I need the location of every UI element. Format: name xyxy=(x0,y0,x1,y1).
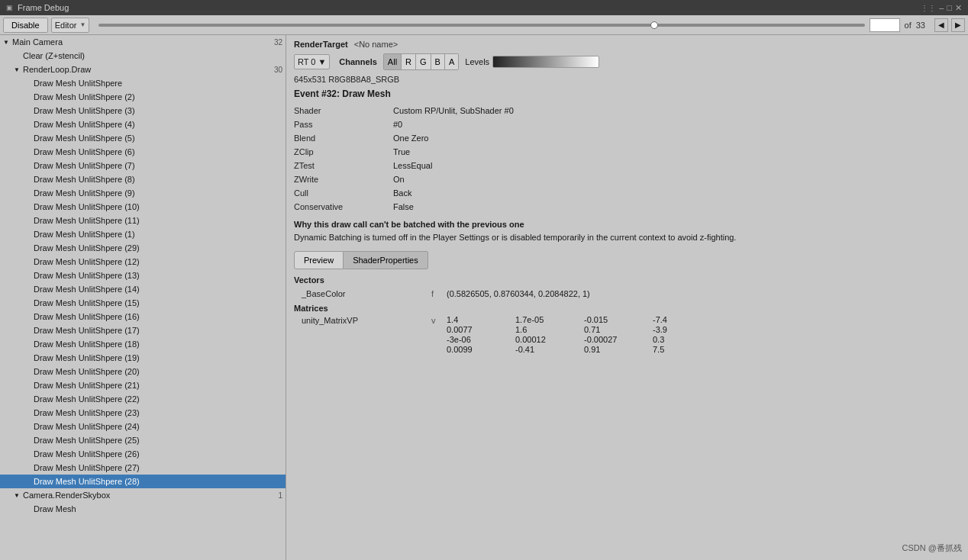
title-bar-title: Frame Debug xyxy=(18,3,69,12)
tree-item-draw-mesh-sky[interactable]: Draw Mesh xyxy=(0,502,286,516)
tree-item-mesh20[interactable]: Draw Mesh UnlitShpere (20) xyxy=(0,365,286,378)
tree-item-main-camera[interactable]: ▼Main Camera32 xyxy=(0,35,286,49)
prop-row: Pass#0 xyxy=(294,117,960,131)
tree-item-mesh1b[interactable]: Draw Mesh UnlitShpere (1) xyxy=(0,227,286,241)
prop-value: #0 xyxy=(393,120,402,129)
matrix-type: v xyxy=(431,315,447,325)
tree-label-mesh26: Draw Mesh UnlitShpere (26) xyxy=(34,449,282,459)
tree-label-mesh17: Draw Mesh UnlitShpere (17) xyxy=(34,326,282,335)
tree-item-mesh22[interactable]: Draw Mesh UnlitShpere (22) xyxy=(0,392,286,406)
matrices-table: unity_MatrixVPv1.41.7e-05-0.015-7.40.007… xyxy=(294,315,960,354)
frame-number-input[interactable]: 32 xyxy=(870,18,900,32)
matrix-cell: 7.5 xyxy=(653,345,706,354)
right-panel: RenderTarget <No name> RT 0 ▼ Channels A… xyxy=(286,35,968,560)
channel-r-button[interactable]: R xyxy=(402,54,416,69)
tab-preview[interactable]: Preview xyxy=(294,251,344,269)
channel-a-button[interactable]: A xyxy=(445,54,458,69)
tree-container: ▼Main Camera32Clear (Z+stencil)▼RenderLo… xyxy=(0,35,286,516)
tree-item-mesh15[interactable]: Draw Mesh UnlitShpere (15) xyxy=(0,296,286,310)
tree-item-mesh21[interactable]: Draw Mesh UnlitShpere (21) xyxy=(0,378,286,392)
matrix-cell: 0.0077 xyxy=(447,325,500,334)
tree-item-mesh4[interactable]: Draw Mesh UnlitShpere (4) xyxy=(0,117,286,131)
frame-slider-track[interactable] xyxy=(98,24,864,27)
tree-item-mesh3[interactable]: Draw Mesh UnlitShpere (3) xyxy=(0,104,286,117)
tree-item-mesh5[interactable]: Draw Mesh UnlitShpere (5) xyxy=(0,131,286,145)
tree-item-mesh9[interactable]: Draw Mesh UnlitShpere (9) xyxy=(0,186,286,200)
tree-item-mesh2[interactable]: Draw Mesh UnlitShpere (2) xyxy=(0,90,286,104)
tree-arrow-renderloop: ▼ xyxy=(14,66,21,73)
title-bar-icon: ▣ xyxy=(6,4,13,11)
warn-desc: Dynamic Batching is turned off in the Pl… xyxy=(294,232,960,243)
prop-row: ZClipTrue xyxy=(294,145,960,159)
tree-item-mesh6[interactable]: Draw Mesh UnlitShpere (6) xyxy=(0,145,286,159)
tree-item-mesh18[interactable]: Draw Mesh UnlitShpere (18) xyxy=(0,337,286,351)
render-target-value: <No name> xyxy=(354,40,398,49)
tree-item-mesh13[interactable]: Draw Mesh UnlitShpere (13) xyxy=(0,269,286,282)
tab-shader-properties[interactable]: ShaderProperties xyxy=(344,251,428,269)
vector-name: _BaseColor xyxy=(294,289,431,298)
tree-item-mesh17[interactable]: Draw Mesh UnlitShpere (17) xyxy=(0,323,286,337)
next-frame-button[interactable]: ▶ xyxy=(951,18,965,32)
tree-item-mesh29[interactable]: Draw Mesh UnlitShpere (29) xyxy=(0,241,286,255)
matrix-name: unity_MatrixVP xyxy=(294,315,431,325)
tree-item-mesh10[interactable]: Draw Mesh UnlitShpere (10) xyxy=(0,200,286,214)
tab-bar: Preview ShaderProperties xyxy=(294,251,960,269)
title-bar: ▣ Frame Debug ⋮⋮ – □ ✕ xyxy=(0,0,968,15)
frame-slider-thumb[interactable] xyxy=(650,21,658,29)
tree-item-mesh14[interactable]: Draw Mesh UnlitShpere (14) xyxy=(0,282,286,296)
tree-item-mesh26[interactable]: Draw Mesh UnlitShpere (26) xyxy=(0,447,286,461)
render-target-label: RenderTarget xyxy=(294,40,348,49)
tree-item-mesh23[interactable]: Draw Mesh UnlitShpere (23) xyxy=(0,406,286,420)
editor-select[interactable]: Editor ▼ xyxy=(51,18,90,33)
title-bar-minimize[interactable]: – xyxy=(939,3,944,12)
disable-button[interactable]: Disable xyxy=(3,18,48,33)
prev-frame-button[interactable]: ◀ xyxy=(934,18,948,32)
prop-row: BlendOne Zero xyxy=(294,131,960,145)
tree-item-mesh1[interactable]: Draw Mesh UnlitShpere xyxy=(0,76,286,90)
vectors-table: _BaseColorf(0.5826505, 0.8760344, 0.2084… xyxy=(294,287,960,301)
title-bar-maximize[interactable]: □ xyxy=(947,3,952,12)
rt-select[interactable]: RT 0 ▼ xyxy=(294,54,330,69)
tree-label-clear: Clear (Z+stencil) xyxy=(23,51,282,60)
tree-item-mesh27[interactable]: Draw Mesh UnlitShpere (27) xyxy=(0,461,286,475)
tree-label-camera-skybox: Camera.RenderSkybox xyxy=(23,491,275,500)
title-bar-menu-icon[interactable]: ⋮⋮ xyxy=(921,4,936,12)
matrix-cell: -0.41 xyxy=(515,345,569,354)
properties-table: ShaderCustom RP/Unlit, SubShader #0Pass#… xyxy=(294,104,960,214)
main-layout: ▼Main Camera32Clear (Z+stencil)▼RenderLo… xyxy=(0,35,968,560)
matrix-val-row: 0.0099-0.410.917.5 xyxy=(447,345,706,354)
tree-label-mesh29: Draw Mesh UnlitShpere (29) xyxy=(34,243,282,253)
tree-label-mesh6: Draw Mesh UnlitShpere (6) xyxy=(34,147,282,156)
tree-label-mesh14: Draw Mesh UnlitShpere (14) xyxy=(34,285,282,294)
tree-item-renderloop[interactable]: ▼RenderLoop.Draw30 xyxy=(0,63,286,76)
tree-label-mesh23: Draw Mesh UnlitShpere (23) xyxy=(34,408,282,417)
editor-select-label: Editor xyxy=(55,21,77,30)
prop-key: ZWrite xyxy=(294,175,393,184)
channel-b-button[interactable]: B xyxy=(431,54,445,69)
channel-g-button[interactable]: G xyxy=(416,54,431,69)
resolution-value: 645x531 R8G8B8A8_SRGB xyxy=(294,75,399,84)
tree-item-mesh12[interactable]: Draw Mesh UnlitShpere (12) xyxy=(0,255,286,269)
tree-item-mesh25[interactable]: Draw Mesh UnlitShpere (25) xyxy=(0,433,286,447)
matrices-section-title: Matrices xyxy=(294,304,960,313)
tree-label-mesh11: Draw Mesh UnlitShpere (11) xyxy=(34,216,282,225)
tree-label-mesh15: Draw Mesh UnlitShpere (15) xyxy=(34,298,282,307)
tree-item-mesh28[interactable]: Draw Mesh UnlitShpere (28) xyxy=(0,475,286,488)
title-bar-close[interactable]: ✕ xyxy=(955,3,962,13)
tree-label-mesh21: Draw Mesh UnlitShpere (21) xyxy=(34,381,282,390)
tree-item-mesh16[interactable]: Draw Mesh UnlitShpere (16) xyxy=(0,310,286,323)
tree-label-mesh25: Draw Mesh UnlitShpere (25) xyxy=(34,436,282,445)
tree-item-mesh19[interactable]: Draw Mesh UnlitShpere (19) xyxy=(0,351,286,365)
tree-item-mesh8[interactable]: Draw Mesh UnlitShpere (8) xyxy=(0,172,286,186)
tree-item-camera-skybox[interactable]: ▼Camera.RenderSkybox1 xyxy=(0,488,286,502)
tree-label-mesh28: Draw Mesh UnlitShpere (28) xyxy=(34,477,282,486)
tree-item-mesh7[interactable]: Draw Mesh UnlitShpere (7) xyxy=(0,159,286,172)
tree-count-renderloop: 30 xyxy=(274,66,282,74)
prop-value: Back xyxy=(393,188,411,198)
matrix-cell: 0.3 xyxy=(653,335,706,344)
tree-item-clear[interactable]: Clear (Z+stencil) xyxy=(0,49,286,63)
tree-item-mesh11[interactable]: Draw Mesh UnlitShpere (11) xyxy=(0,214,286,227)
tree-item-mesh24[interactable]: Draw Mesh UnlitShpere (24) xyxy=(0,420,286,433)
channel-all-button[interactable]: All xyxy=(384,54,402,69)
prop-key: Pass xyxy=(294,120,393,129)
